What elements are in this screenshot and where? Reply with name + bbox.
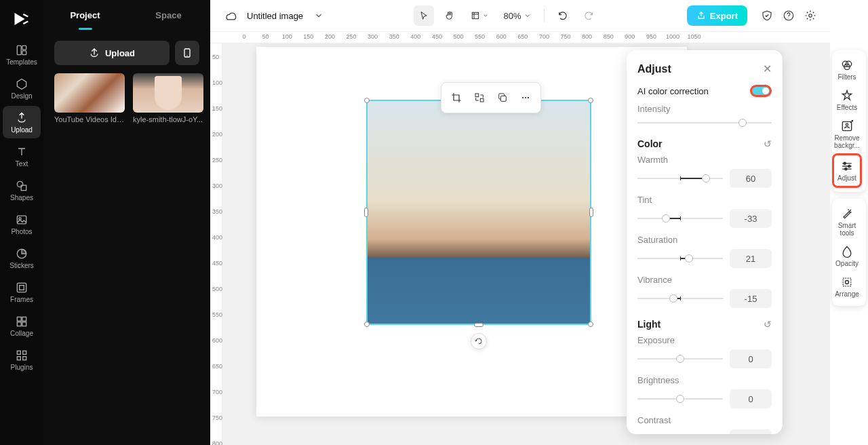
right-rail: FiltersEffectsRemove backgr...Adjust Sma…	[830, 0, 868, 445]
light-exposure-slider[interactable]	[637, 354, 723, 364]
reset-light-icon[interactable]: ↺	[764, 319, 772, 330]
color-saturation-slider[interactable]	[637, 254, 723, 263]
ruler-vertical: 5010015020025030035040045050055060065070…	[210, 43, 222, 445]
color-tint-value[interactable]: -33	[730, 209, 772, 228]
mobile-upload-button[interactable]	[175, 41, 199, 65]
rail-shapes[interactable]: Shapes	[3, 174, 41, 206]
thumb-image	[54, 73, 125, 113]
shield-icon[interactable]	[760, 8, 774, 23]
chevron-down-icon[interactable]	[311, 8, 326, 23]
svg-point-3	[17, 181, 22, 187]
adjust-title: Adjust	[637, 63, 671, 75]
resize-handle-mr[interactable]	[589, 208, 593, 217]
svg-point-38	[846, 281, 849, 284]
replace-icon[interactable]	[469, 87, 490, 109]
right-rail-filters[interactable]: Filters	[832, 54, 862, 85]
svg-rect-0	[17, 45, 21, 54]
svg-rect-12	[17, 322, 21, 326]
color-saturation-value[interactable]: 21	[730, 249, 772, 268]
rail-design[interactable]: Design	[3, 72, 41, 104]
rail-text[interactable]: Text	[3, 140, 41, 172]
svg-rect-16	[17, 356, 20, 360]
color-vibrance-slider[interactable]	[637, 294, 723, 303]
crop-icon[interactable]	[446, 87, 467, 109]
thumb-image	[133, 73, 203, 113]
resize-handle-tr[interactable]	[588, 98, 593, 103]
light-exposure-value[interactable]: 0	[730, 349, 772, 368]
zoom-level[interactable]: 80%	[499, 11, 536, 21]
right-rail-effects[interactable]: Effects	[832, 85, 862, 115]
tab-project[interactable]: Project	[43, 0, 127, 30]
light-exposure-label: Exposure	[637, 335, 772, 345]
color-section-title: Color	[637, 138, 663, 149]
light-section-title: Light	[637, 319, 660, 330]
color-warmth-label: Warmth	[637, 155, 772, 165]
ai-color-toggle[interactable]	[750, 85, 772, 97]
export-button[interactable]: Export	[687, 5, 747, 26]
intensity-label: Intensity	[637, 104, 772, 114]
more-icon[interactable]	[515, 87, 536, 109]
svg-rect-1	[22, 45, 26, 50]
thumb-label: YouTube Videos Idea...	[54, 115, 125, 123]
color-vibrance-value[interactable]: -15	[730, 289, 772, 308]
rotate-handle[interactable]	[471, 333, 487, 349]
app-logo[interactable]	[9, 7, 34, 31]
right-rail-arrange[interactable]: Arrange	[832, 271, 862, 302]
right-rail-remove-backgr-[interactable]: Remove backgr...	[832, 115, 862, 153]
color-saturation-label: Saturation	[637, 235, 772, 245]
redo-button[interactable]	[578, 5, 599, 26]
rail-frames[interactable]: Frames	[3, 275, 41, 308]
right-rail-opacity[interactable]: Opacity	[832, 241, 862, 271]
light-brightness-slider[interactable]	[637, 394, 723, 404]
light-brightness-value[interactable]: 0	[730, 389, 772, 408]
selection-toolbar	[441, 82, 541, 113]
rail-upload[interactable]: Upload	[3, 106, 41, 138]
media-thumb-1[interactable]: YouTube Videos Idea...	[54, 73, 125, 123]
right-rail-adjust[interactable]: Adjust	[832, 153, 862, 188]
duplicate-icon[interactable]	[492, 87, 513, 109]
adjust-panel: Adjust ✕ AI color correction Intensity C…	[627, 50, 783, 434]
svg-rect-11	[22, 317, 26, 321]
topbar: Untitled image 80% Export	[210, 0, 830, 31]
color-warmth-slider[interactable]	[637, 174, 723, 183]
rail-stickers[interactable]: Stickers	[3, 241, 41, 274]
cloud-sync-icon[interactable]	[222, 8, 237, 23]
resize-handle-ml[interactable]	[364, 208, 368, 217]
media-thumb-2[interactable]: kyle-smith-tlowJ-oY...	[133, 73, 203, 123]
color-warmth-value[interactable]: 60	[730, 169, 772, 188]
hand-tool[interactable]	[439, 5, 460, 26]
help-icon[interactable]	[781, 8, 796, 23]
right-rail-smart-tools[interactable]: Smart tools	[832, 203, 862, 241]
svg-point-36	[845, 168, 847, 170]
svg-point-28	[528, 97, 529, 98]
intensity-slider[interactable]	[637, 118, 772, 128]
color-tint-slider[interactable]	[637, 214, 723, 223]
color-vibrance-label: Vibrance	[637, 275, 772, 285]
select-tool[interactable]	[414, 5, 434, 26]
resize-handle-bl[interactable]	[364, 322, 370, 327]
resize-handle-tl[interactable]	[364, 98, 370, 103]
rail-collage[interactable]: Collage	[3, 309, 41, 342]
upload-button[interactable]: Upload	[54, 41, 170, 65]
crop-dropdown[interactable]	[465, 5, 494, 26]
light-contrast-value[interactable]: 0	[730, 429, 772, 434]
svg-rect-25	[500, 96, 506, 101]
svg-rect-2	[22, 50, 26, 54]
svg-point-33	[846, 123, 848, 125]
light-brightness-label: Brightness	[637, 375, 772, 385]
close-icon[interactable]: ✕	[763, 62, 772, 75]
rail-plugins[interactable]: Plugins	[3, 343, 41, 376]
selected-image[interactable]	[366, 100, 591, 325]
tab-space[interactable]: Space	[127, 0, 210, 30]
rail-photos[interactable]: Photos	[3, 208, 41, 240]
ai-color-label: AI color correction	[637, 86, 709, 96]
resize-handle-br[interactable]	[588, 322, 593, 327]
svg-rect-20	[473, 12, 479, 18]
rail-templates[interactable]: Templates	[3, 38, 41, 71]
reset-color-icon[interactable]: ↺	[764, 138, 772, 149]
resize-handle-bm[interactable]	[474, 323, 484, 327]
light-contrast-label: Contrast	[637, 415, 772, 425]
document-title[interactable]: Untitled image	[247, 11, 303, 21]
undo-button[interactable]	[553, 5, 573, 26]
settings-icon[interactable]	[803, 8, 818, 23]
